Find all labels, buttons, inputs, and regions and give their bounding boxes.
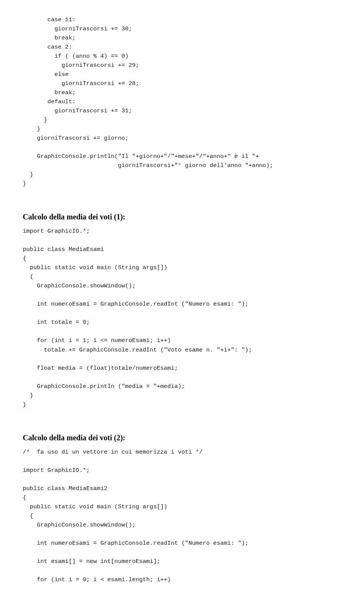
- code-block-1: case 11: giorniTrascorsi += 30; break; c…: [23, 15, 341, 188]
- heading-media-2: Calcolo della media dei voti (2):: [23, 432, 341, 444]
- code-block-3: /* fa uso di un vettore in cui memorizza…: [23, 448, 341, 584]
- heading-media-1: Calcolo della media dei voti (1):: [23, 211, 341, 223]
- code-block-2: import GraphicIO.*; public class MediaEs…: [23, 227, 341, 409]
